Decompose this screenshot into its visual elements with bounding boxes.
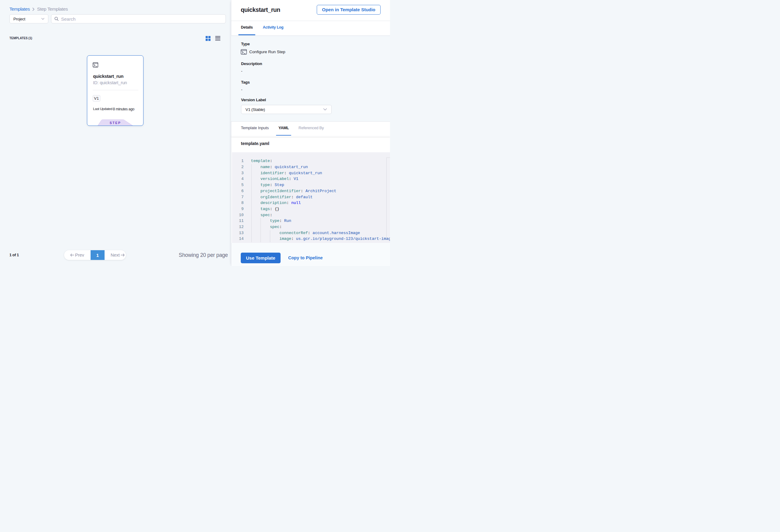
svg-text:STEP: STEP <box>110 121 121 125</box>
